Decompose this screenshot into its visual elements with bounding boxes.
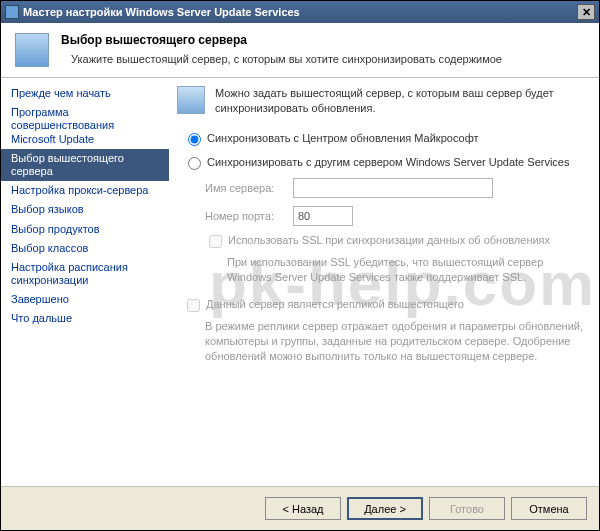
wizard-footer: < Назад Далее > Готово Отмена <box>1 486 599 530</box>
wizard-header: Выбор вышестоящего сервера Укажите вышес… <box>1 23 599 77</box>
radio-sync-other[interactable] <box>188 157 201 170</box>
app-icon <box>5 5 19 19</box>
ssl-checkbox[interactable] <box>209 235 222 248</box>
next-button[interactable]: Далее > <box>347 497 423 520</box>
window-title: Мастер настройки Windows Server Update S… <box>23 6 300 18</box>
radio-sync-other-label: Синхронизировать с другим сервером Windo… <box>207 156 569 168</box>
port-label: Номер порта: <box>205 210 293 222</box>
ssl-label: Использовать SSL при синхронизации данны… <box>228 234 550 246</box>
sidebar-step-7[interactable]: Настройка расписания синхронизации <box>1 258 169 290</box>
radio-sync-microsoft-label: Синхронизовать с Центром обновления Майк… <box>207 132 479 144</box>
sidebar-step-3[interactable]: Настройка прокси-сервера <box>1 181 169 200</box>
page-title: Выбор вышестоящего сервера <box>61 33 585 47</box>
page-subtitle: Укажите вышестоящий сервер, с которым вы… <box>71 53 585 65</box>
server-name-label: Имя сервера: <box>205 182 293 194</box>
wizard-content: pk-help.com Можно задать вышестоящий сер… <box>169 78 599 486</box>
port-input[interactable] <box>293 206 353 226</box>
server-name-input[interactable] <box>293 178 493 198</box>
replica-label: Данный сервер является репликой вышестоя… <box>206 298 464 310</box>
intro-text: Можно задать вышестоящий сервер, с котор… <box>215 86 585 116</box>
titlebar[interactable]: Мастер настройки Windows Server Update S… <box>1 1 599 23</box>
sidebar-step-8[interactable]: Завершено <box>1 290 169 309</box>
replica-checkbox[interactable] <box>187 299 200 312</box>
wizard-window: Мастер настройки Windows Server Update S… <box>0 0 600 531</box>
sidebar-step-1[interactable]: Программа совершенствования Microsoft Up… <box>1 103 169 149</box>
sidebar-step-0[interactable]: Прежде чем начать <box>1 84 169 103</box>
server-icon <box>15 33 49 67</box>
sidebar-step-6[interactable]: Выбор классов <box>1 239 169 258</box>
sidebar-step-5[interactable]: Выбор продуктов <box>1 220 169 239</box>
info-icon <box>177 86 205 114</box>
ssl-note: При использовании SSL убедитесь, что выш… <box>227 255 585 285</box>
finish-button[interactable]: Готово <box>429 497 505 520</box>
sidebar-step-4[interactable]: Выбор языков <box>1 200 169 219</box>
sidebar-step-2[interactable]: Выбор вышестоящего сервера <box>1 149 169 181</box>
wizard-steps-sidebar: Прежде чем начатьПрограмма совершенствов… <box>1 78 169 486</box>
back-button[interactable]: < Назад <box>265 497 341 520</box>
sidebar-step-9[interactable]: Что дальше <box>1 309 169 328</box>
radio-sync-microsoft[interactable] <box>188 133 201 146</box>
close-button[interactable]: ✕ <box>577 4 595 20</box>
cancel-button[interactable]: Отмена <box>511 497 587 520</box>
replica-note: В режиме реплики сервер отражает одобрен… <box>205 319 585 364</box>
